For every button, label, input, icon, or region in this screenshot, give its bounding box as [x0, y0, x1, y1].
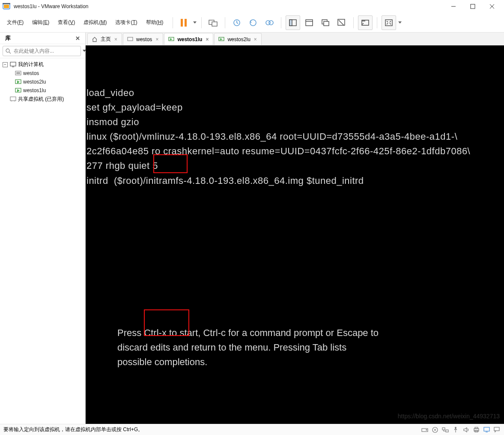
tree-vm-westos[interactable]: westos [0, 69, 85, 78]
svg-rect-11 [212, 22, 217, 26]
power-dropdown[interactable] [193, 21, 197, 24]
svg-rect-50 [442, 428, 445, 430]
hdd-icon[interactable] [421, 426, 429, 433]
shared-icon [9, 96, 16, 103]
home-icon [91, 36, 98, 43]
display-icon[interactable] [483, 426, 490, 433]
window-titlebar: westos1lu - VMware Workstation [0, 0, 504, 13]
svg-rect-41 [128, 37, 133, 41]
tab-westos[interactable]: westos × [123, 33, 163, 45]
tree-label: 共享虚拟机 (已弃用) [18, 96, 64, 103]
tree-my-computer[interactable]: − 我的计算机 [0, 60, 85, 69]
vm-off-icon [127, 36, 134, 43]
svg-point-47 [426, 429, 427, 430]
tab-close-button[interactable]: × [155, 36, 159, 42]
svg-rect-1 [4, 5, 9, 8]
svg-rect-30 [10, 62, 16, 66]
view-single-button[interactable] [302, 15, 316, 30]
minimize-button[interactable] [444, 0, 463, 12]
sound-icon[interactable] [462, 426, 470, 433]
snapshot-revert-button[interactable] [246, 15, 260, 30]
svg-point-15 [269, 21, 273, 25]
tree-vm-westos2lu[interactable]: westos2lu [0, 78, 85, 86]
fullscreen-button[interactable] [382, 15, 396, 30]
maximize-button[interactable] [463, 0, 482, 12]
highlight-box-bottom [144, 309, 189, 336]
console-line: 2c2f66a04e85 ro crashkernel=auto resume=… [86, 144, 504, 159]
svg-rect-54 [475, 427, 478, 429]
vm-on-icon [15, 78, 21, 85]
prompt-line: discard edits and return to the menu. Pr… [117, 340, 379, 355]
svg-rect-33 [17, 72, 20, 74]
tab-label: westos [136, 36, 152, 42]
quick-connect-button[interactable] [358, 15, 373, 30]
svg-marker-43 [170, 38, 173, 40]
menu-edit[interactable]: 编辑(E) [28, 17, 54, 28]
view-multi-button[interactable] [318, 15, 333, 30]
svg-rect-7 [181, 19, 183, 27]
collapse-icon[interactable]: − [3, 62, 8, 67]
tab-westos1lu[interactable]: westos1lu × [164, 33, 213, 45]
console-line: insmod gzio [86, 115, 504, 129]
svg-marker-26 [398, 21, 402, 24]
cd-icon[interactable] [431, 426, 439, 433]
view-unity-button[interactable] [334, 15, 349, 30]
close-button[interactable] [482, 0, 501, 12]
library-tree: − 我的计算机 westos westos2lu westos1lu 共享虚拟机… [0, 58, 85, 105]
tab-westos2lu[interactable]: westos2lu × [214, 33, 261, 45]
console-line: initrd ($root)/initramfs-4.18.0-193.el8.… [86, 174, 504, 188]
separator [225, 17, 225, 28]
highlight-box-top [153, 154, 188, 173]
svg-rect-2 [3, 3, 10, 4]
svg-rect-4 [471, 4, 475, 9]
svg-rect-8 [185, 19, 187, 27]
device-tray [421, 426, 501, 433]
menu-vm[interactable]: 虚拟机(M) [79, 17, 111, 28]
printer-icon[interactable] [472, 426, 480, 433]
svg-rect-21 [324, 21, 329, 26]
tree-shared-vms[interactable]: 共享虚拟机 (已弃用) [0, 95, 85, 104]
usb-icon[interactable] [452, 426, 459, 433]
console-line: load_video [86, 86, 504, 100]
tab-close-button[interactable]: × [113, 36, 118, 42]
menu-help[interactable]: 帮助(H) [142, 17, 168, 28]
svg-line-28 [9, 52, 11, 54]
tree-label: westos [23, 70, 39, 76]
tab-label: westos1lu [177, 36, 202, 42]
tab-home[interactable]: 主页 × [87, 33, 122, 45]
separator [281, 17, 281, 28]
titlebar-left: westos1lu - VMware Workstation [3, 3, 89, 10]
tree-vm-westos1lu[interactable]: westos1lu [0, 86, 85, 95]
network-icon[interactable] [441, 426, 449, 433]
send-ctrlaltdel-button[interactable] [206, 15, 221, 30]
tab-close-button[interactable]: × [253, 36, 258, 42]
menu-file[interactable]: 文件(F) [3, 17, 28, 28]
tree-label: 我的计算机 [18, 61, 44, 68]
library-close-button[interactable]: ✕ [74, 35, 82, 42]
snapshot-manager-button[interactable] [262, 15, 277, 30]
snapshot-take-button[interactable] [230, 15, 244, 30]
fullscreen-dropdown[interactable] [398, 21, 402, 24]
svg-line-23 [339, 20, 344, 25]
svg-rect-17 [289, 20, 292, 26]
tab-label: 主页 [101, 36, 111, 43]
separator [173, 17, 173, 28]
grub-editor: load_video set gfx_payload=keep insmod g… [86, 86, 504, 188]
message-icon[interactable] [493, 426, 501, 433]
library-title: 库 [5, 34, 11, 42]
vmware-app-icon [3, 3, 10, 10]
svg-rect-25 [385, 20, 392, 26]
svg-point-40 [14, 100, 15, 102]
library-search[interactable] [3, 46, 81, 56]
prompt-line: possible completions. [117, 355, 379, 369]
tab-close-button[interactable]: × [205, 36, 209, 42]
menu-tabs[interactable]: 选项卡(T) [111, 17, 141, 28]
menubar: 文件(F) 编辑(E) 查看(V) 虚拟机(M) 选项卡(T) 帮助(H) [0, 13, 170, 32]
menu-view[interactable]: 查看(V) [54, 17, 79, 28]
svg-marker-37 [17, 89, 20, 92]
vm-off-icon [15, 70, 21, 77]
library-search-input[interactable] [14, 48, 78, 54]
vm-console[interactable]: load_video set gfx_payload=keep insmod g… [86, 45, 504, 424]
view-console-button[interactable] [286, 15, 300, 30]
pause-button[interactable] [176, 15, 191, 30]
